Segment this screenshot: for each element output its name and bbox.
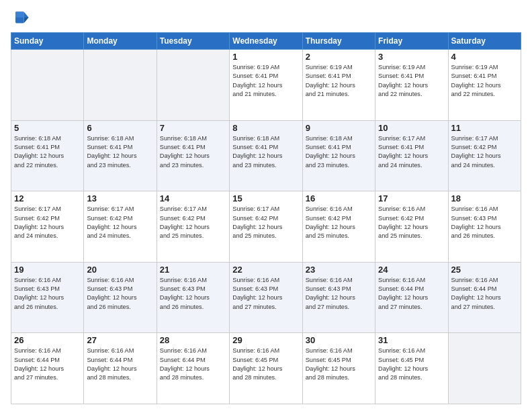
calendar-cell: 7Sunrise: 6:18 AM Sunset: 6:41 PM Daylig… — [157, 120, 229, 191]
day-info: Sunrise: 6:16 AM Sunset: 6:44 PM Dayligh… — [451, 276, 518, 312]
calendar-week-3: 12Sunrise: 6:17 AM Sunset: 6:42 PM Dayli… — [11, 191, 521, 263]
day-header-monday: Monday — [84, 33, 157, 50]
day-number: 27 — [87, 335, 153, 345]
day-info: Sunrise: 6:16 AM Sunset: 6:45 PM Dayligh… — [378, 347, 445, 382]
day-number: 6 — [87, 123, 153, 133]
calendar-header-row: SundayMondayTuesdayWednesdayThursdayFrid… — [11, 33, 521, 50]
calendar-cell: 30Sunrise: 6:16 AM Sunset: 6:45 PM Dayli… — [302, 333, 375, 404]
calendar-cell: 29Sunrise: 6:16 AM Sunset: 6:45 PM Dayli… — [230, 333, 302, 404]
calendar-cell: 27Sunrise: 6:16 AM Sunset: 6:44 PM Dayli… — [84, 333, 157, 404]
day-number: 24 — [378, 265, 445, 275]
calendar-cell: 23Sunrise: 6:16 AM Sunset: 6:43 PM Dayli… — [302, 262, 375, 333]
calendar-cell: 19Sunrise: 6:16 AM Sunset: 6:43 PM Dayli… — [11, 262, 84, 333]
day-info: Sunrise: 6:17 AM Sunset: 6:42 PM Dayligh… — [87, 205, 153, 240]
day-info: Sunrise: 6:18 AM Sunset: 6:41 PM Dayligh… — [14, 134, 81, 170]
day-number: 18 — [451, 193, 518, 203]
calendar-week-1: 1Sunrise: 6:19 AM Sunset: 6:41 PM Daylig… — [11, 50, 521, 121]
day-info: Sunrise: 6:17 AM Sunset: 6:42 PM Dayligh… — [451, 134, 518, 170]
svg-marker-1 — [24, 17, 29, 23]
day-info: Sunrise: 6:19 AM Sunset: 6:41 PM Dayligh… — [306, 63, 372, 99]
calendar-cell — [84, 50, 157, 121]
day-info: Sunrise: 6:17 AM Sunset: 6:42 PM Dayligh… — [14, 205, 81, 240]
header — [11, 8, 521, 27]
day-number: 2 — [306, 52, 372, 62]
calendar-cell: 31Sunrise: 6:16 AM Sunset: 6:45 PM Dayli… — [375, 333, 448, 404]
day-number: 21 — [160, 265, 226, 275]
day-info: Sunrise: 6:18 AM Sunset: 6:41 PM Dayligh… — [232, 134, 299, 170]
calendar-cell: 8Sunrise: 6:18 AM Sunset: 6:41 PM Daylig… — [230, 120, 302, 191]
day-info: Sunrise: 6:18 AM Sunset: 6:41 PM Dayligh… — [160, 134, 226, 170]
day-info: Sunrise: 6:16 AM Sunset: 6:43 PM Dayligh… — [14, 276, 81, 312]
day-info: Sunrise: 6:16 AM Sunset: 6:43 PM Dayligh… — [451, 205, 518, 240]
day-header-tuesday: Tuesday — [157, 33, 229, 50]
page: SundayMondayTuesdayWednesdayThursdayFrid… — [0, 0, 532, 411]
day-number: 12 — [14, 193, 81, 203]
day-header-sunday: Sunday — [11, 33, 84, 50]
calendar-cell: 9Sunrise: 6:18 AM Sunset: 6:41 PM Daylig… — [302, 120, 375, 191]
calendar-cell: 28Sunrise: 6:16 AM Sunset: 6:44 PM Dayli… — [157, 333, 229, 404]
calendar-cell: 2Sunrise: 6:19 AM Sunset: 6:41 PM Daylig… — [302, 50, 375, 121]
day-info: Sunrise: 6:16 AM Sunset: 6:43 PM Dayligh… — [160, 276, 226, 312]
logo-icon — [11, 8, 30, 27]
calendar-week-2: 5Sunrise: 6:18 AM Sunset: 6:41 PM Daylig… — [11, 120, 521, 191]
day-header-friday: Friday — [375, 33, 448, 50]
calendar-cell: 18Sunrise: 6:16 AM Sunset: 6:43 PM Dayli… — [448, 191, 521, 263]
day-info: Sunrise: 6:16 AM Sunset: 6:44 PM Dayligh… — [378, 276, 445, 312]
day-info: Sunrise: 6:16 AM Sunset: 6:44 PM Dayligh… — [87, 347, 153, 382]
calendar-cell: 12Sunrise: 6:17 AM Sunset: 6:42 PM Dayli… — [11, 191, 84, 263]
svg-rect-3 — [15, 12, 24, 17]
calendar-cell: 4Sunrise: 6:19 AM Sunset: 6:41 PM Daylig… — [448, 50, 521, 121]
day-header-wednesday: Wednesday — [230, 33, 302, 50]
day-info: Sunrise: 6:16 AM Sunset: 6:45 PM Dayligh… — [232, 347, 299, 382]
calendar-table: SundayMondayTuesdayWednesdayThursdayFrid… — [11, 32, 521, 404]
day-number: 28 — [160, 335, 226, 345]
calendar-cell: 3Sunrise: 6:19 AM Sunset: 6:41 PM Daylig… — [375, 50, 448, 121]
day-info: Sunrise: 6:17 AM Sunset: 6:42 PM Dayligh… — [160, 205, 226, 240]
calendar-cell — [448, 333, 521, 404]
calendar-cell: 21Sunrise: 6:16 AM Sunset: 6:43 PM Dayli… — [157, 262, 229, 333]
calendar-cell: 25Sunrise: 6:16 AM Sunset: 6:44 PM Dayli… — [448, 262, 521, 333]
calendar-cell: 11Sunrise: 6:17 AM Sunset: 6:42 PM Dayli… — [448, 120, 521, 191]
day-number: 29 — [232, 335, 299, 345]
day-number: 13 — [87, 193, 153, 203]
day-info: Sunrise: 6:16 AM Sunset: 6:43 PM Dayligh… — [87, 276, 153, 312]
logo — [11, 8, 32, 27]
day-number: 20 — [87, 265, 153, 275]
calendar-week-5: 26Sunrise: 6:16 AM Sunset: 6:44 PM Dayli… — [11, 333, 521, 404]
calendar-cell: 14Sunrise: 6:17 AM Sunset: 6:42 PM Dayli… — [157, 191, 229, 263]
calendar-cell: 15Sunrise: 6:17 AM Sunset: 6:42 PM Dayli… — [230, 191, 302, 263]
day-number: 14 — [160, 193, 226, 203]
calendar-cell: 16Sunrise: 6:16 AM Sunset: 6:42 PM Dayli… — [302, 191, 375, 263]
day-number: 17 — [378, 193, 445, 203]
day-number: 19 — [14, 265, 81, 275]
day-info: Sunrise: 6:16 AM Sunset: 6:43 PM Dayligh… — [232, 276, 299, 312]
calendar-cell: 20Sunrise: 6:16 AM Sunset: 6:43 PM Dayli… — [84, 262, 157, 333]
day-info: Sunrise: 6:18 AM Sunset: 6:41 PM Dayligh… — [87, 134, 153, 170]
calendar-cell — [157, 50, 229, 121]
day-number: 1 — [232, 52, 299, 62]
day-header-saturday: Saturday — [448, 33, 521, 50]
day-number: 26 — [14, 335, 81, 345]
calendar-cell: 22Sunrise: 6:16 AM Sunset: 6:43 PM Dayli… — [230, 262, 302, 333]
calendar-cell: 13Sunrise: 6:17 AM Sunset: 6:42 PM Dayli… — [84, 191, 157, 263]
day-number: 8 — [232, 123, 299, 133]
day-number: 3 — [378, 52, 445, 62]
day-number: 22 — [232, 265, 299, 275]
day-number: 11 — [451, 123, 518, 133]
day-number: 15 — [232, 193, 299, 203]
day-number: 9 — [306, 123, 372, 133]
day-info: Sunrise: 6:16 AM Sunset: 6:42 PM Dayligh… — [378, 205, 445, 240]
calendar-week-4: 19Sunrise: 6:16 AM Sunset: 6:43 PM Dayli… — [11, 262, 521, 333]
svg-marker-0 — [24, 12, 29, 17]
day-info: Sunrise: 6:17 AM Sunset: 6:42 PM Dayligh… — [232, 205, 299, 240]
day-number: 5 — [14, 123, 81, 133]
day-info: Sunrise: 6:16 AM Sunset: 6:45 PM Dayligh… — [306, 347, 372, 382]
day-info: Sunrise: 6:19 AM Sunset: 6:41 PM Dayligh… — [232, 63, 299, 99]
day-number: 31 — [378, 335, 445, 345]
day-info: Sunrise: 6:16 AM Sunset: 6:42 PM Dayligh… — [306, 205, 372, 240]
calendar-cell: 26Sunrise: 6:16 AM Sunset: 6:44 PM Dayli… — [11, 333, 84, 404]
calendar-cell: 10Sunrise: 6:17 AM Sunset: 6:41 PM Dayli… — [375, 120, 448, 191]
day-number: 4 — [451, 52, 518, 62]
day-number: 16 — [306, 193, 372, 203]
day-info: Sunrise: 6:17 AM Sunset: 6:41 PM Dayligh… — [378, 134, 445, 170]
